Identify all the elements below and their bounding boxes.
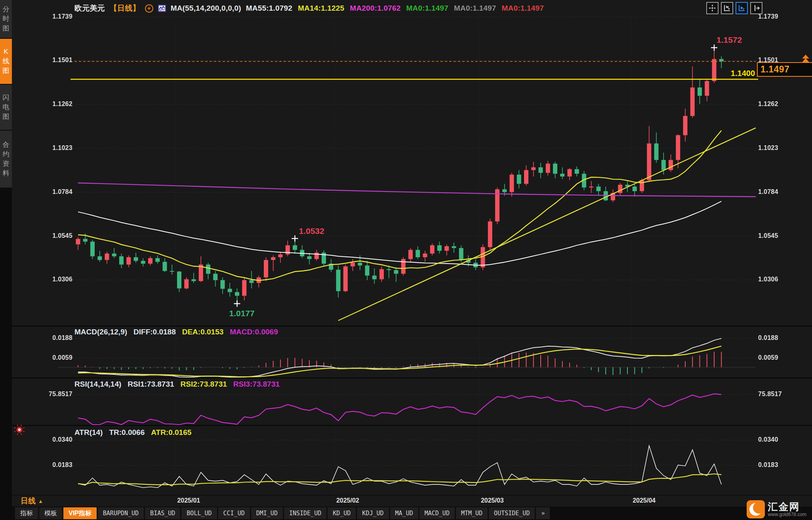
candle-body bbox=[408, 250, 413, 259]
jump-to-latest-icon[interactable] bbox=[750, 2, 762, 14]
candle-body bbox=[119, 256, 124, 265]
price-label-axis-right: 1.1739 bbox=[758, 13, 802, 20]
candle-body bbox=[228, 289, 232, 292]
tab-ma_ud[interactable]: MA_UD bbox=[390, 507, 418, 519]
tab-vip指标[interactable]: VIP指标 bbox=[63, 507, 97, 519]
atr-legend-item-3: ATR:0.0165 bbox=[151, 428, 191, 437]
low-annotation: 1.0177 bbox=[229, 309, 255, 318]
rsi-label-axis-left: 75.8517 bbox=[35, 391, 72, 398]
indicator-tab-bar: 指标模板VIP指标BARUPDN_UDBIAS_UDBOLL_UDCCI_UDD… bbox=[12, 507, 812, 520]
candle-body bbox=[654, 143, 659, 160]
tab-kdj_ud[interactable]: KDJ_UD bbox=[357, 507, 389, 519]
up-triangle-icon: ▲ bbox=[38, 498, 43, 504]
candle-body bbox=[423, 254, 427, 257]
tab-outside_ud[interactable]: OUTSIDE_UD bbox=[489, 507, 535, 519]
tab-bias_ud[interactable]: BIAS_UD bbox=[145, 507, 180, 519]
candle-body bbox=[387, 269, 391, 270]
month-label-2025/01: 2025/01 bbox=[177, 497, 200, 504]
candle-body bbox=[705, 81, 709, 96]
candle-body bbox=[163, 262, 167, 271]
tab-kd_ud[interactable]: KD_UD bbox=[328, 507, 356, 519]
rsi-legend-item-1: RSI(14,14,14) bbox=[74, 380, 121, 389]
candle-body bbox=[683, 116, 688, 135]
candle-body bbox=[690, 87, 695, 116]
candle-body bbox=[112, 254, 116, 256]
candle-body bbox=[597, 186, 601, 191]
month-label-2025/04: 2025/04 bbox=[633, 497, 656, 504]
candle-body bbox=[546, 163, 550, 173]
sidebar-item-2[interactable]: K线图 bbox=[0, 39, 12, 84]
candle-body bbox=[170, 271, 174, 272]
price-label-axis-left: 1.1739 bbox=[35, 13, 72, 20]
price-label-axis-right: 1.0545 bbox=[758, 232, 802, 239]
candle-body bbox=[712, 59, 717, 81]
main-chart-legend: 欧元美元 【日线】 + MA(55,14,200,0,0,0) MA55:1.0… bbox=[74, 3, 544, 13]
candle-body bbox=[517, 175, 521, 184]
period-tag: 【日线】 bbox=[110, 3, 140, 13]
candle-body bbox=[271, 257, 275, 260]
atr-label-axis-right: 0.0340 bbox=[758, 436, 802, 443]
candle-body bbox=[437, 245, 442, 251]
candle-body bbox=[661, 160, 666, 170]
ma-settings: MA(55,14,200,0,0,0) bbox=[171, 4, 241, 13]
tab-mtm_ud[interactable]: MTM_UD bbox=[456, 507, 488, 519]
sidebar-item-1[interactable]: 分时图 bbox=[0, 0, 12, 38]
macd-legend: MACD(26,12,9)DIFF:0.0188DEA:0.0153MACD:0… bbox=[74, 328, 278, 336]
chart-style-icon[interactable] bbox=[158, 5, 166, 12]
chart-canvas[interactable]: 1.14001.15721.05321.0177 bbox=[0, 0, 812, 520]
candle-body bbox=[510, 175, 514, 192]
tab-模板[interactable]: 模板 bbox=[39, 507, 62, 519]
axis-scale-active-icon[interactable] bbox=[736, 2, 748, 14]
atr-legend-item-2: TR:0.0066 bbox=[109, 428, 145, 437]
period-selector[interactable]: 日线 ▲ bbox=[21, 496, 43, 506]
candle-body bbox=[343, 266, 348, 291]
last-price-box: 1.1497 bbox=[757, 62, 812, 77]
rsi-legend-item-4: RSI3:73.8731 bbox=[233, 380, 280, 389]
month-label-2025/02: 2025/02 bbox=[336, 497, 359, 504]
tab-boll_ud[interactable]: BOLL_UD bbox=[181, 507, 217, 519]
candle-body bbox=[640, 180, 644, 191]
candle-body bbox=[553, 163, 557, 174]
tab-barupdn_ud[interactable]: BARUPDN_UD bbox=[98, 507, 144, 519]
sidebar-item-3[interactable]: 闪电图 bbox=[0, 85, 12, 130]
axis-scale-icon[interactable] bbox=[721, 2, 733, 14]
candle-body bbox=[444, 246, 449, 251]
atr-legend: ATR(14)TR:0.0066ATR:0.0165 bbox=[74, 428, 191, 437]
tab-指标[interactable]: 指标 bbox=[15, 507, 38, 519]
tab-dmi_ud[interactable]: DMI_UD bbox=[251, 507, 283, 519]
candle-body bbox=[90, 242, 95, 256]
candle-body bbox=[372, 275, 377, 279]
candle-body bbox=[264, 260, 268, 277]
price-label-axis-left: 1.0306 bbox=[35, 276, 72, 283]
sidebar-item-4[interactable]: 合约资料 bbox=[0, 131, 12, 188]
candle-body bbox=[531, 167, 536, 170]
tab-cci_ud[interactable]: CCI_UD bbox=[218, 507, 250, 519]
candle-body bbox=[307, 256, 312, 259]
candle-body bbox=[155, 258, 160, 262]
ma-value-4: MA0:1.1497 bbox=[406, 4, 448, 13]
tab-macd_ud[interactable]: MACD_UD bbox=[419, 507, 455, 519]
candle-body bbox=[719, 59, 724, 61]
candle-body bbox=[589, 186, 593, 187]
macd-legend-item-3: DEA:0.0153 bbox=[182, 328, 224, 336]
candle-body bbox=[76, 239, 80, 245]
candle-body bbox=[401, 259, 406, 274]
candle-body bbox=[365, 266, 370, 276]
ma-value-6: MA0:1.1497 bbox=[502, 4, 544, 13]
ma-value-1: MA55:1.0792 bbox=[246, 4, 292, 13]
candle-body bbox=[177, 271, 181, 288]
candle-body bbox=[213, 274, 217, 280]
add-circle-icon[interactable]: + bbox=[145, 4, 153, 13]
candle-body bbox=[676, 135, 680, 160]
candle-body bbox=[633, 186, 637, 191]
candle-body bbox=[97, 256, 102, 260]
price-label-axis-left: 1.1023 bbox=[35, 144, 72, 152]
candle-body bbox=[250, 280, 254, 283]
candle-body bbox=[379, 269, 384, 279]
tab-inside_ud[interactable]: INSIDE_UD bbox=[284, 507, 326, 519]
tab-»[interactable]: » bbox=[536, 507, 550, 519]
candle-body bbox=[524, 170, 528, 184]
month-label-2025/03: 2025/03 bbox=[481, 497, 504, 504]
atr-legend-item-1: ATR(14) bbox=[74, 428, 103, 437]
move-crosshair-icon[interactable] bbox=[706, 2, 719, 14]
